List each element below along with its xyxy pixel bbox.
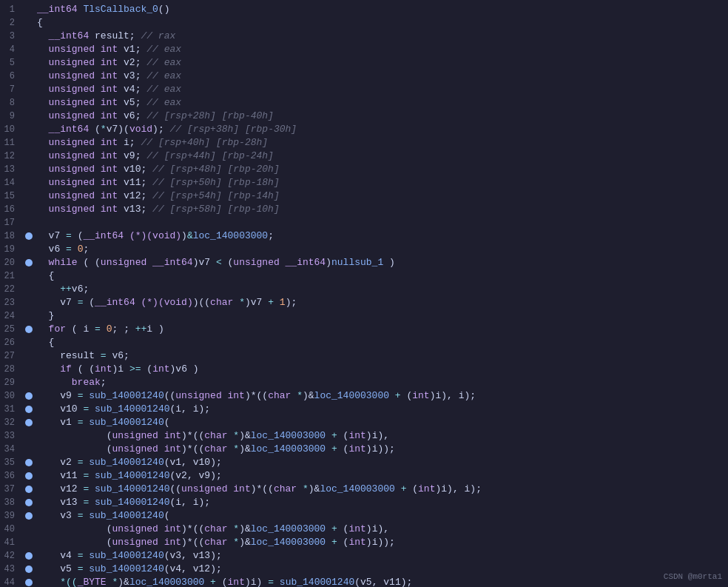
code-text: } bbox=[36, 309, 728, 323]
code-text: unsigned int v5; // eax bbox=[36, 96, 728, 110]
breakpoint-dot bbox=[25, 419, 33, 426]
code-text: v13 = sub_140001240(i, i); bbox=[36, 496, 728, 509]
table-row: 32 v1 = sub_140001240( bbox=[0, 416, 728, 429]
line-number: 44 bbox=[0, 576, 24, 587]
line-number: 9 bbox=[0, 110, 24, 123]
code-text: *((_BYTE *)&loc_140003000 + (int)i) = su… bbox=[36, 576, 728, 587]
code-text: __int64 result; // rax bbox=[36, 30, 728, 43]
breakpoint-dot bbox=[25, 579, 33, 586]
table-row: 14 unsigned int v11; // [rsp+50h] [rbp-1… bbox=[0, 176, 728, 189]
code-text: __int64 TlsCallback_0() bbox=[36, 3, 728, 16]
table-row: 3 __int64 result; // rax bbox=[0, 30, 728, 43]
line-number: 41 bbox=[0, 536, 24, 549]
line-number: 16 bbox=[0, 203, 24, 216]
code-text: if ( (int)i >= (int)v6 ) bbox=[36, 363, 728, 376]
breakpoint-dot bbox=[25, 566, 33, 573]
code-text: v5 = sub_140001240(v4, v12); bbox=[36, 563, 728, 576]
breakpoint-dot bbox=[25, 459, 33, 466]
code-text: ++v6; bbox=[36, 283, 728, 296]
table-row: 30 v9 = sub_140001240((unsigned int)*((c… bbox=[0, 389, 728, 403]
table-row: 19 v6 = 0; bbox=[0, 243, 728, 256]
breakpoint-indicator[interactable] bbox=[24, 326, 34, 333]
breakpoint-indicator[interactable] bbox=[24, 406, 34, 413]
code-text: unsigned int v3; // eax bbox=[36, 70, 728, 83]
line-number: 12 bbox=[0, 150, 24, 163]
breakpoint-indicator[interactable] bbox=[24, 419, 34, 426]
table-row: 39 v3 = sub_140001240( bbox=[0, 509, 728, 523]
line-number: 26 bbox=[0, 336, 24, 349]
line-number: 30 bbox=[0, 389, 24, 403]
code-text: unsigned int v11; // [rsp+50h] [rbp-18h] bbox=[36, 176, 728, 189]
table-row: 16 unsigned int v13; // [rsp+58h] [rbp-1… bbox=[0, 203, 728, 216]
table-row: 23 v7 = (__int64 (*)(void))((char *)v7 +… bbox=[0, 296, 728, 309]
line-number: 6 bbox=[0, 70, 24, 83]
line-number: 10 bbox=[0, 123, 24, 136]
breakpoint-dot bbox=[25, 472, 33, 480]
breakpoint-dot bbox=[25, 406, 33, 413]
breakpoint-dot bbox=[25, 326, 33, 333]
line-number: 13 bbox=[0, 163, 24, 176]
line-number: 38 bbox=[0, 496, 24, 509]
table-row: 7 unsigned int v4; // eax bbox=[0, 83, 728, 96]
code-text: break; bbox=[36, 376, 728, 389]
table-row: 28 if ( (int)i >= (int)v6 ) bbox=[0, 363, 728, 376]
line-number: 42 bbox=[0, 549, 24, 563]
table-row: 24 } bbox=[0, 309, 728, 323]
code-text: v11 = sub_140001240(v2, v9); bbox=[36, 469, 728, 483]
code-text: (unsigned int)*((char *)&loc_140003000 +… bbox=[36, 536, 728, 549]
code-editor: 1__int64 TlsCallback_0()2{3 __int64 resu… bbox=[0, 0, 728, 587]
breakpoint-dot bbox=[25, 552, 33, 560]
table-row: 25 for ( i = 0; ; ++i ) bbox=[0, 323, 728, 336]
line-number: 4 bbox=[0, 43, 24, 56]
code-text: { bbox=[36, 336, 728, 349]
table-row: 1__int64 TlsCallback_0() bbox=[0, 3, 728, 16]
code-text: unsigned int v2; // eax bbox=[36, 56, 728, 70]
line-number: 43 bbox=[0, 563, 24, 576]
table-row: 44 *((_BYTE *)&loc_140003000 + (int)i) =… bbox=[0, 576, 728, 587]
table-row: 11 unsigned int i; // [rsp+40h] [rbp-28h… bbox=[0, 136, 728, 150]
code-text: __int64 (*v7)(void); // [rsp+38h] [rbp-3… bbox=[36, 123, 728, 136]
line-number: 11 bbox=[0, 136, 24, 150]
line-number: 22 bbox=[0, 283, 24, 296]
table-row: 29 break; bbox=[0, 376, 728, 389]
code-text: (unsigned int)*((char *)&loc_140003000 +… bbox=[36, 443, 728, 456]
breakpoint-indicator[interactable] bbox=[24, 472, 34, 480]
watermark: CSDN @m0rta1 bbox=[664, 572, 722, 581]
table-row: 31 v10 = sub_140001240(i, i); bbox=[0, 403, 728, 416]
breakpoint-indicator[interactable] bbox=[24, 579, 34, 586]
table-row: 41 (unsigned int)*((char *)&loc_14000300… bbox=[0, 536, 728, 549]
line-number: 35 bbox=[0, 456, 24, 469]
line-number: 8 bbox=[0, 96, 24, 110]
breakpoint-dot bbox=[25, 486, 33, 493]
code-text: v4 = sub_140001240(v3, v13); bbox=[36, 549, 728, 563]
code-text: v3 = sub_140001240( bbox=[36, 509, 728, 523]
breakpoint-indicator[interactable] bbox=[24, 552, 34, 560]
breakpoint-indicator[interactable] bbox=[24, 459, 34, 466]
line-number: 3 bbox=[0, 30, 24, 43]
line-number: 36 bbox=[0, 469, 24, 483]
table-row: 26 { bbox=[0, 336, 728, 349]
breakpoint-indicator[interactable] bbox=[24, 259, 34, 266]
line-number: 37 bbox=[0, 483, 24, 496]
code-text: while ( (unsigned __int64)v7 < (unsigned… bbox=[36, 256, 728, 269]
code-text: v2 = sub_140001240(v1, v10); bbox=[36, 456, 728, 469]
table-row: 12 unsigned int v9; // [rsp+44h] [rbp-24… bbox=[0, 150, 728, 163]
line-number: 19 bbox=[0, 243, 24, 256]
breakpoint-indicator[interactable] bbox=[24, 392, 34, 400]
line-number: 25 bbox=[0, 323, 24, 336]
breakpoint-indicator[interactable] bbox=[24, 566, 34, 573]
breakpoint-indicator[interactable] bbox=[24, 499, 34, 506]
table-row: 5 unsigned int v2; // eax bbox=[0, 56, 728, 70]
breakpoint-dot bbox=[25, 392, 33, 400]
code-text: unsigned int v6; // [rsp+28h] [rbp-40h] bbox=[36, 110, 728, 123]
line-number: 5 bbox=[0, 56, 24, 70]
breakpoint-dot bbox=[25, 512, 33, 520]
table-row: 2{ bbox=[0, 16, 728, 30]
line-number: 29 bbox=[0, 376, 24, 389]
breakpoint-indicator[interactable] bbox=[24, 232, 34, 240]
table-row: 21 { bbox=[0, 269, 728, 283]
code-text: { bbox=[36, 269, 728, 283]
breakpoint-indicator[interactable] bbox=[24, 512, 34, 520]
code-text: for ( i = 0; ; ++i ) bbox=[36, 323, 728, 336]
breakpoint-indicator[interactable] bbox=[24, 486, 34, 493]
